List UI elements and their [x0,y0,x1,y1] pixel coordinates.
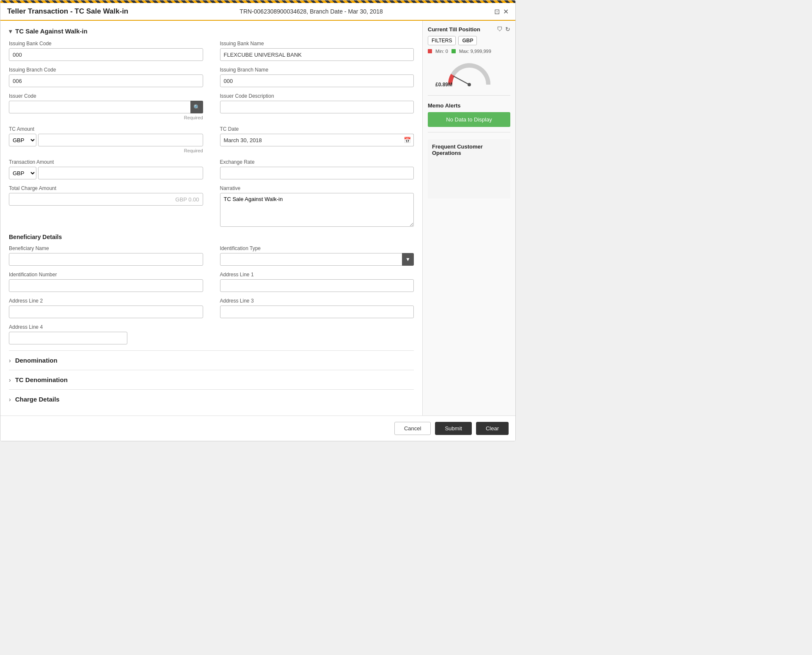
till-position-title: Current Till Position [428,26,480,33]
transaction-amount-label: Transaction Amount [9,159,203,165]
frequent-customer-title: Frequent Customer Operations [432,143,506,156]
issuer-code-input-wrap: 🔍 [9,101,203,113]
id-number-input[interactable] [9,279,203,292]
max-dot [451,49,456,53]
address4-label: Address Line 4 [9,324,127,330]
group-address3: Address Line 3 [220,298,414,318]
narrative-label: Narrative [220,185,414,191]
tc-amount-currency-group: GBP [9,134,203,146]
issuing-bank-name-input[interactable] [220,48,414,61]
tc-denomination-section: › TC Denomination [9,370,414,389]
tc-amount-input[interactable] [38,134,203,146]
issuing-branch-code-input[interactable] [9,74,203,87]
svg-line-0 [454,76,469,85]
group-issuer-code-description: Issuer Code Description [220,93,414,120]
id-number-label: Identification Number [9,272,203,278]
beneficiary-section-title: Beneficiary Details [9,234,414,240]
group-tc-amount: TC Amount GBP Required [9,126,203,153]
section-collapse-icon[interactable]: ▾ [9,28,12,35]
charge-details-header[interactable]: › Charge Details [9,396,414,403]
denomination-header[interactable]: › Denomination [9,357,414,364]
form-area: ▾ TC Sale Against Walk-in Issuing Bank C… [0,21,422,416]
tc-amount-label: TC Amount [9,126,203,132]
group-issuing-bank-name: Issuing Bank Name [220,41,414,61]
submit-button[interactable]: Submit [435,422,471,435]
sidebar: Current Till Position ⛉ ↻ FILTERS GBP Mi… [422,21,515,416]
denomination-title: Denomination [15,357,58,364]
issuing-bank-code-input[interactable] [9,48,203,61]
group-address4-spacer [144,324,414,344]
issuer-code-search-button[interactable]: 🔍 [190,101,203,113]
refresh-icon[interactable]: ↻ [505,26,510,33]
svg-point-1 [468,83,471,86]
filters-row: FILTERS GBP [428,36,510,45]
min-label: Min: 0 [435,49,448,54]
group-transaction-amount: Transaction Amount GBP [9,159,203,179]
narrative-input[interactable]: TC Sale Against Walk-in [220,193,414,227]
filters-button[interactable]: FILTERS [428,36,456,45]
gbp-badge: GBP [458,36,477,45]
form-row-charge-narrative: Total Charge Amount Narrative TC Sale Ag… [9,185,414,227]
transaction-amount-input[interactable] [38,167,203,179]
group-issuing-branch-name: Issuing Branch Name [220,67,414,87]
address1-label: Address Line 1 [220,272,414,278]
close-icon[interactable]: ✕ [503,8,509,16]
total-charge-input[interactable] [9,193,203,206]
group-address2: Address Line 2 [9,298,203,318]
issuing-branch-name-label: Issuing Branch Name [220,67,414,73]
id-type-select[interactable] [220,253,414,266]
charge-details-chevron: › [9,396,11,403]
charge-details-title: Charge Details [15,396,60,403]
group-issuer-code: Issuer Code 🔍 Required [9,93,203,120]
filter-icon[interactable]: ⛉ [497,26,503,33]
address4-input[interactable] [9,332,127,344]
till-position-header: Current Till Position ⛉ ↻ [428,26,510,33]
beneficiary-row-2: Identification Number Address Line 1 [9,272,414,292]
charge-details-section: › Charge Details [9,389,414,409]
id-type-label: Identification Type [220,245,414,251]
address1-input[interactable] [220,279,414,292]
window-controls: ⊡ ✕ [494,8,509,16]
address3-label: Address Line 3 [220,298,414,304]
clear-button[interactable]: Clear [476,422,509,435]
group-narrative: Narrative TC Sale Against Walk-in [220,185,414,227]
beneficiary-name-input[interactable] [9,253,203,266]
exchange-rate-input[interactable] [220,167,414,179]
tc-amount-required-hint: Required [9,148,203,153]
group-address1: Address Line 1 [220,272,414,292]
memo-no-data: No Data to Display [428,112,510,127]
minimize-icon[interactable]: ⊡ [494,8,500,16]
issuing-branch-name-input[interactable] [220,74,414,87]
group-beneficiary-name: Beneficiary Name [9,245,203,266]
issuing-bank-name-label: Issuing Bank Name [220,41,414,47]
group-address4: Address Line 4 [9,324,127,344]
tc-date-input[interactable] [220,134,414,146]
issuer-code-desc-input[interactable] [220,101,414,113]
denomination-section: › Denomination [9,350,414,370]
form-row-branch: Issuing Branch Code Issuing Branch Name [9,67,414,87]
cancel-button[interactable]: Cancel [394,422,431,435]
transaction-amount-currency-select[interactable]: GBP [9,167,36,179]
min-dot [428,49,432,53]
issuer-code-label: Issuer Code [9,93,203,99]
section-heading: TC Sale Against Walk-in [15,28,88,35]
till-position-section: Current Till Position ⛉ ↻ FILTERS GBP Mi… [428,26,510,96]
beneficiary-row-3: Address Line 2 Address Line 3 [9,298,414,318]
issuer-code-input[interactable] [9,101,203,113]
till-divider [428,95,510,96]
address3-input[interactable] [220,305,414,318]
tc-date-input-wrap: 📅 [220,134,414,146]
form-row-issuer: Issuer Code 🔍 Required Issuer Code Descr… [9,93,414,120]
tc-amount-currency-select[interactable]: GBP [9,134,36,146]
tc-date-calendar-button[interactable]: 📅 [401,134,414,146]
memo-alerts-section: Memo Alerts No Data to Display [428,102,510,132]
frequent-customer-section: Frequent Customer Operations [428,139,510,198]
gauge-container: £0.89M [428,57,510,91]
memo-divider [428,132,510,132]
memo-alerts-title: Memo Alerts [428,102,510,109]
window-header: Teller Transaction - TC Sale Walk-in TRN… [0,3,515,21]
tc-denomination-header[interactable]: › TC Denomination [9,376,414,383]
form-row-transaction: Transaction Amount GBP Exchange Rate [9,159,414,179]
address2-input[interactable] [9,305,203,318]
trn-info: TRN-0062308900034628, Branch Date - Mar … [239,8,383,15]
